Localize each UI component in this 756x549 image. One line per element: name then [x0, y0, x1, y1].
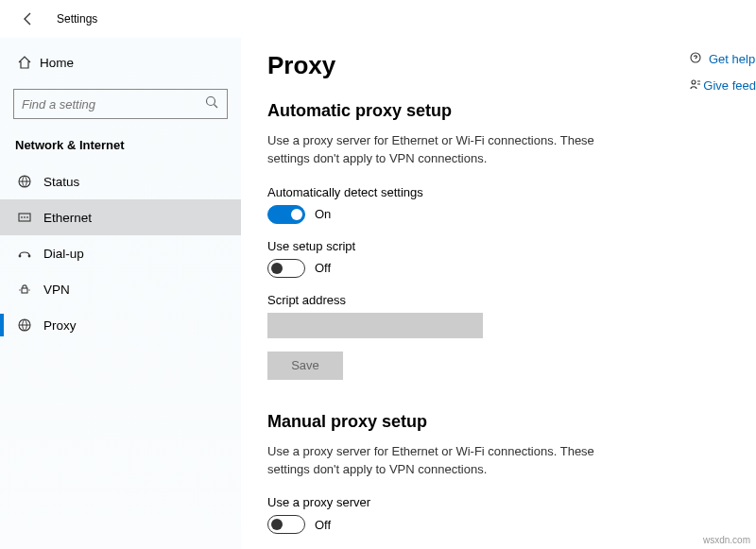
category-title: Network & Internet	[15, 138, 241, 152]
search-icon	[204, 94, 219, 113]
window-title: Settings	[57, 12, 97, 26]
manual-desc: Use a proxy server for Ethernet or Wi-Fi…	[267, 443, 608, 479]
get-help-link[interactable]: Get help	[688, 45, 756, 72]
sidebar-item-vpn[interactable]: VPN	[0, 271, 241, 307]
use-proxy-toggle[interactable]	[267, 515, 305, 534]
save-button[interactable]: Save	[267, 352, 343, 380]
manual-heading: Manual proxy setup	[267, 412, 756, 432]
give-feedback-text: Give feed	[703, 78, 756, 93]
sidebar-item-label: Proxy	[43, 318, 77, 333]
use-proxy-state: Off	[315, 518, 331, 532]
search-input-wrapper[interactable]	[13, 89, 228, 119]
back-button[interactable]	[17, 8, 40, 30]
arrow-left-icon	[21, 11, 36, 26]
sidebar-item-ethernet[interactable]: Ethernet	[0, 199, 241, 235]
sidebar: Home Network & Internet Status Ethernet …	[0, 38, 241, 549]
search-input[interactable]	[22, 97, 204, 112]
auto-heading: Automatic proxy setup	[267, 101, 756, 121]
svg-point-7	[28, 289, 29, 290]
script-toggle[interactable]	[267, 259, 305, 278]
svg-point-0	[207, 97, 215, 106]
script-address-input[interactable]	[267, 313, 483, 338]
detect-label: Automatically detect settings	[267, 185, 756, 199]
home-label: Home	[40, 56, 74, 70]
help-icon	[688, 51, 709, 66]
give-feedback-link[interactable]: Give feed	[688, 72, 756, 98]
sidebar-item-status[interactable]: Status	[0, 163, 241, 199]
svg-point-3	[19, 255, 22, 258]
main-content: Proxy Automatic proxy setup Use a proxy …	[241, 38, 756, 549]
svg-point-4	[28, 255, 31, 258]
auto-desc: Use a proxy server for Ethernet or Wi-Fi…	[267, 132, 608, 168]
ethernet-icon	[17, 210, 43, 225]
sidebar-item-label: VPN	[43, 283, 70, 297]
sidebar-item-label: Ethernet	[43, 211, 92, 225]
home-icon	[17, 55, 40, 70]
use-proxy-label: Use a proxy server	[267, 495, 756, 509]
sidebar-item-proxy[interactable]: Proxy	[0, 307, 241, 343]
detect-state: On	[315, 207, 331, 221]
sidebar-item-label: Status	[43, 175, 79, 189]
detect-toggle[interactable]	[267, 205, 305, 224]
sidebar-item-dialup[interactable]: Dial-up	[0, 235, 241, 271]
vpn-icon	[17, 282, 43, 297]
script-toggle-state: Off	[315, 261, 331, 275]
page-title: Proxy	[267, 51, 756, 80]
get-help-text: Get help	[709, 52, 755, 66]
watermark: wsxdn.com	[703, 535, 750, 545]
feedback-icon	[688, 77, 703, 93]
sidebar-item-label: Dial-up	[43, 247, 84, 261]
proxy-icon	[17, 317, 43, 333]
svg-point-6	[19, 289, 20, 290]
script-toggle-label: Use setup script	[267, 239, 756, 253]
globe-icon	[17, 174, 43, 189]
svg-rect-5	[22, 288, 27, 293]
home-button[interactable]: Home	[0, 45, 241, 79]
svg-point-10	[692, 80, 696, 84]
dialup-icon	[17, 246, 43, 261]
script-addr-label: Script address	[267, 293, 756, 307]
